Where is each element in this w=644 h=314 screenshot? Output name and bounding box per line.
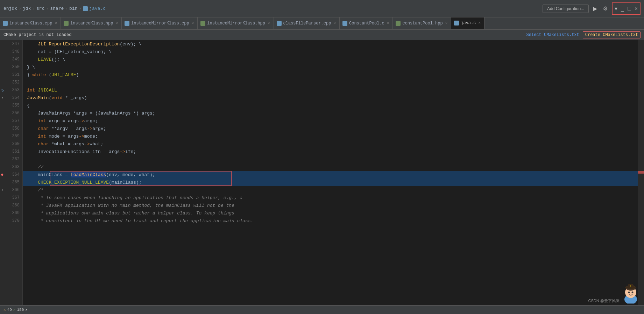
- code-wrapper: JLI_ReportExceptionDescription(env); \ r…: [23, 40, 638, 305]
- tab-icon-5: [342, 21, 347, 26]
- gutter-363: 363: [0, 163, 22, 171]
- code-line-355: {: [23, 102, 638, 109]
- gutter-366: 366: [0, 186, 22, 194]
- code-line-358: char **argv = args->argv;: [23, 125, 638, 132]
- close-button[interactable]: ×: [633, 4, 639, 13]
- tab-icon-6: [396, 21, 401, 26]
- watermark-text: CSDN @云下风渊: [588, 298, 620, 304]
- tab-instanceKlass-hpp[interactable]: instanceKlass.hpp ×: [61, 17, 122, 29]
- settings-button[interactable]: ⚙: [601, 4, 609, 13]
- gutter-368: 368: [0, 202, 22, 209]
- tab-instanceMirrorKlass-hpp[interactable]: instanceMirrorKlass.hpp ×: [198, 17, 274, 29]
- tab-label-5: ConstantPool.c: [349, 21, 384, 26]
- cmake-bar: CMake project is not loaded Select CMake…: [0, 30, 644, 40]
- breadcrumb-share[interactable]: share: [50, 6, 64, 11]
- run-button[interactable]: ▶: [592, 4, 599, 13]
- cmake-warning-text: CMake project is not loaded: [3, 32, 71, 37]
- gutter-352: 352: [0, 79, 22, 86]
- tab-icon-2: [125, 21, 129, 26]
- avatar-svg: ★: [621, 283, 641, 304]
- tab-label-7: java.c: [461, 21, 476, 25]
- gutter-359: 359: [0, 132, 22, 140]
- code-line-357: int argc = args->argc;: [23, 117, 638, 125]
- tab-classFileParser-cpp[interactable]: classFileParser.cpp ×: [274, 17, 340, 29]
- tab-close-4[interactable]: ×: [333, 21, 337, 26]
- status-bar: ⚠ 49 ✓ 150 ∧: [0, 305, 644, 314]
- create-cmakelists-link[interactable]: Create CMakeLists.txt: [583, 31, 641, 38]
- gutter-351: 351: [0, 71, 22, 79]
- scroll-indicator: [638, 171, 644, 174]
- minimize-button[interactable]: _: [620, 4, 625, 13]
- gutter-358: 358: [0, 125, 22, 132]
- code-content[interactable]: JLI_ReportExceptionDescription(env); \ r…: [23, 40, 638, 225]
- tab-java-c[interactable]: java.c ×: [451, 17, 484, 29]
- breadcrumb: enjdk › jdk › src › share › bin › java.c: [3, 6, 106, 11]
- add-configuration-button[interactable]: Add Configuration...: [543, 5, 589, 13]
- select-cmakelists-link[interactable]: Select CMakeLists.txt: [526, 32, 579, 37]
- tab-label-0: instanceKlass.cpp: [9, 21, 52, 26]
- maximize-button[interactable]: □: [626, 4, 632, 13]
- breadcrumb-jdk[interactable]: jdk: [23, 6, 31, 11]
- warning-icon: ⚠: [3, 308, 6, 312]
- code-line-354: JavaMain(void * _args): [23, 94, 638, 102]
- gutter-361: 361: [0, 148, 22, 155]
- code-line-361: InvocationFunctions ifn = args->ifn;: [23, 148, 638, 155]
- tab-bar: instanceKlass.cpp × instanceKlass.hpp × …: [0, 17, 644, 30]
- code-line-352: [23, 79, 638, 86]
- tab-ConstantPool-c[interactable]: ConstantPool.c ×: [340, 17, 393, 29]
- gutter-356: 356: [0, 109, 22, 117]
- ok-icon: ✓: [13, 308, 16, 312]
- breadcrumb-file[interactable]: java.c: [89, 6, 106, 11]
- tab-close-5[interactable]: ×: [386, 21, 390, 26]
- code-line-351: } while (JNI_FALSE): [23, 71, 638, 79]
- tab-label-6: constantPool.hpp: [402, 21, 443, 26]
- code-line-360: char *what = args->what;: [23, 140, 638, 148]
- gutter-364: 364: [0, 171, 22, 178]
- gutter-370: 370: [0, 217, 22, 225]
- tab-close-0[interactable]: ×: [54, 21, 58, 26]
- gutter-350: 350: [0, 63, 22, 71]
- breadcrumb-enjdk[interactable]: enjdk: [3, 6, 17, 11]
- tab-close-1[interactable]: ×: [115, 21, 119, 26]
- code-line-353: int JNICALL: [23, 86, 638, 94]
- warning-count: ⚠ 49 ✓ 150 ∧: [3, 308, 28, 312]
- tab-close-2[interactable]: ×: [191, 21, 195, 26]
- tab-icon-7: [454, 21, 459, 25]
- expand-icon: ∧: [25, 308, 28, 312]
- gutter-353: 353: [0, 86, 22, 94]
- code-line-363: //: [23, 163, 638, 171]
- code-line-348: ret = (CEL_return_value); \: [23, 48, 638, 56]
- tab-close-7[interactable]: ×: [477, 21, 481, 25]
- tab-icon-0: [3, 21, 8, 26]
- code-line-359: int mode = args->mode;: [23, 132, 638, 140]
- code-line-350: } \: [23, 63, 638, 71]
- gutter-360: 360: [0, 140, 22, 148]
- gutter-367: 367: [0, 194, 22, 202]
- tab-icon-4: [277, 21, 282, 26]
- code-line-369: * applications own main class but rather…: [23, 209, 638, 217]
- code-line-365: CHECK_EXCEPTION_NULL_LEAVE(mainClass);: [23, 178, 638, 186]
- gutter-369: 369: [0, 209, 22, 217]
- breadcrumb-bin[interactable]: bin: [69, 6, 77, 11]
- watermark: CSDN @云下风渊 ★: [588, 283, 641, 304]
- tab-instanceMirrorKlass-cpp[interactable]: instanceMirrorKlass.cpp ×: [122, 17, 198, 29]
- tab-close-6[interactable]: ×: [445, 21, 448, 26]
- tab-constantPool-hpp[interactable]: constantPool.hpp ×: [393, 17, 451, 29]
- code-line-370: * consistent in the UI we need to track …: [23, 217, 638, 225]
- code-line-366: /*: [23, 186, 638, 194]
- code-line-367: * In some cases when launching an applic…: [23, 194, 638, 202]
- tab-instanceKlass-cpp[interactable]: instanceKlass.cpp ×: [0, 17, 61, 29]
- gutter-347: 347: [0, 40, 22, 48]
- tab-close-3[interactable]: ×: [267, 21, 271, 26]
- svg-point-4: [632, 292, 634, 293]
- dropdown-button[interactable]: ▾: [613, 4, 619, 13]
- code-line-362: [23, 155, 638, 163]
- ok-number: 150: [17, 308, 24, 312]
- warning-number: 49: [7, 308, 12, 312]
- file-type-icon: [83, 6, 88, 11]
- gutter-357: 357: [0, 117, 22, 125]
- window-controls-box: ▾ _ □ ×: [612, 2, 641, 15]
- tab-icon-3: [200, 21, 205, 26]
- svg-point-3: [628, 292, 630, 293]
- breadcrumb-src[interactable]: src: [36, 6, 44, 11]
